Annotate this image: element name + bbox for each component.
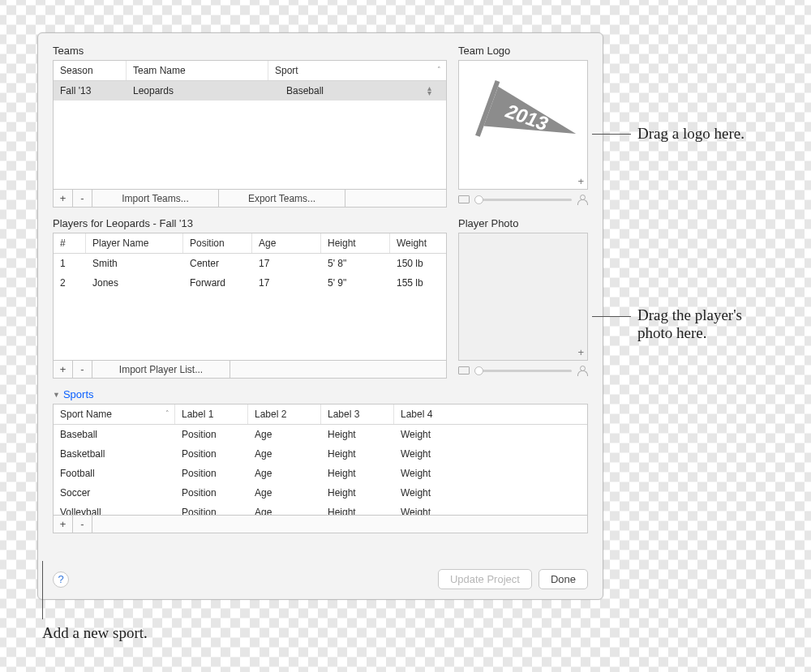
sports-col-l1[interactable]: Label 1 <box>175 404 248 424</box>
sports-disclosure[interactable]: ▼ Sports <box>53 388 588 400</box>
team-row[interactable]: Fall '13 Leopards Baseball ▴▾ <box>54 81 446 101</box>
sports-col-l2[interactable]: Label 2 <box>248 404 321 424</box>
players-button-bar: + - Import Player List... <box>53 361 447 379</box>
callout-photo: Drag the player's photo here. <box>637 306 742 342</box>
team-row-sport-cell[interactable]: Baseball ▴▾ <box>268 81 446 101</box>
sport-cell-name: Volleyball <box>54 503 175 516</box>
sports-col-name[interactable]: Sport Name ˄ <box>54 404 175 424</box>
preferences-dialog: Teams Season Team Name Sport ˄ Fall '13 … <box>37 32 603 600</box>
team-logo-label: Team Logo <box>458 45 588 57</box>
teams-bar-spacer <box>345 190 446 207</box>
pennant-icon: 2013 <box>459 61 587 189</box>
sports-col-l3[interactable]: Label 3 <box>321 404 394 424</box>
players-col-num[interactable]: # <box>54 233 86 253</box>
sport-row[interactable]: VolleyballPositionAgeHeightWeight <box>54 503 587 516</box>
sport-cell-l1: Position <box>175 503 248 516</box>
teams-col-season[interactable]: Season <box>54 61 127 80</box>
sports-col-name-label: Sport Name <box>60 409 112 420</box>
player-cell-weight: 150 lb <box>390 254 446 273</box>
remove-player-button[interactable]: - <box>73 361 92 378</box>
players-col-age[interactable]: Age <box>252 233 321 253</box>
callout-photo-line2: photo here. <box>637 324 706 341</box>
sport-cell-l2: Age <box>248 483 321 503</box>
person-icon <box>577 366 588 375</box>
player-cell-height: 5' 8" <box>321 254 390 273</box>
player-cell-position: Center <box>183 254 252 273</box>
dialog-footer: ? Update Project Done <box>53 563 588 589</box>
player-photo-well[interactable]: + <box>458 233 588 361</box>
sport-row[interactable]: BasketballPositionAgeHeightWeight <box>54 444 587 464</box>
sport-cell-l3: Height <box>321 503 394 516</box>
player-cell-num: 1 <box>54 254 86 273</box>
teams-col-teamname[interactable]: Team Name <box>127 61 268 80</box>
thumb-small-icon <box>458 366 470 375</box>
player-photo-zoom-slider-row <box>458 364 588 377</box>
players-col-height[interactable]: Height <box>321 233 390 253</box>
sport-cell-l3: Height <box>321 444 394 464</box>
sport-cell-l2: Age <box>248 503 321 516</box>
players-col-name[interactable]: Player Name <box>86 233 183 253</box>
thumb-small-icon <box>458 195 470 203</box>
player-photo-zoom-slider[interactable] <box>474 370 572 372</box>
player-row[interactable]: 2JonesForward175' 9"155 lb <box>54 273 446 293</box>
help-button[interactable]: ? <box>53 571 69 588</box>
sport-cell-l4: Weight <box>394 503 587 516</box>
disclosure-triangle-icon: ▼ <box>53 391 60 399</box>
sport-row[interactable]: BaseballPositionAgeHeightWeight <box>54 425 587 444</box>
sport-cell-l3: Height <box>321 425 394 444</box>
sport-cell-l2: Age <box>248 444 321 464</box>
add-player-button[interactable]: + <box>54 361 73 378</box>
sort-asc-icon: ˄ <box>437 66 441 74</box>
remove-sport-button[interactable]: - <box>73 516 92 533</box>
sport-cell-l2: Age <box>248 464 321 483</box>
sport-cell-l1: Position <box>175 464 248 483</box>
done-button[interactable]: Done <box>539 569 588 589</box>
slider-thumb[interactable] <box>474 366 483 375</box>
teams-col-sport[interactable]: Sport ˄ <box>268 61 446 80</box>
team-row-sport: Baseball <box>286 85 324 96</box>
players-table[interactable]: # Player Name Position Age Height Weight… <box>53 233 447 361</box>
sport-cell-l3: Height <box>321 464 394 483</box>
players-bar-spacer <box>230 361 446 378</box>
teams-label: Teams <box>53 45 447 57</box>
teams-table[interactable]: Season Team Name Sport ˄ Fall '13 Leopar… <box>53 60 447 190</box>
player-cell-position: Forward <box>183 273 252 293</box>
sports-table[interactable]: Sport Name ˄ Label 1 Label 2 Label 3 Lab… <box>53 404 588 516</box>
sport-cell-l4: Weight <box>394 444 587 464</box>
update-project-button[interactable]: Update Project <box>438 569 532 589</box>
team-row-name: Leopards <box>127 81 268 101</box>
player-cell-name: Smith <box>86 254 183 273</box>
players-col-position[interactable]: Position <box>183 233 252 253</box>
sports-col-l4[interactable]: Label 4 <box>394 404 587 424</box>
team-logo-well[interactable]: 2013 + <box>458 60 588 190</box>
sport-cell-name: Football <box>54 464 175 483</box>
add-team-button[interactable]: + <box>54 190 73 207</box>
team-logo-add-button[interactable]: + <box>577 175 584 187</box>
sport-row[interactable]: SoccerPositionAgeHeightWeight <box>54 483 587 503</box>
team-logo-zoom-slider-row <box>458 193 588 206</box>
callout-line <box>592 134 631 135</box>
sports-label: Sports <box>63 388 94 400</box>
sport-cell-l4: Weight <box>394 483 587 503</box>
stepper-icon[interactable]: ▴▾ <box>427 86 431 96</box>
sport-cell-l1: Position <box>175 444 248 464</box>
team-logo-zoom-slider[interactable] <box>474 199 572 201</box>
remove-team-button[interactable]: - <box>73 190 92 207</box>
player-photo-add-button[interactable]: + <box>577 346 584 358</box>
add-sport-button[interactable]: + <box>54 516 73 533</box>
sport-cell-l4: Weight <box>394 425 587 444</box>
slider-thumb[interactable] <box>474 195 483 204</box>
player-row[interactable]: 1SmithCenter175' 8"150 lb <box>54 254 446 273</box>
import-teams-button[interactable]: Import Teams... <box>92 190 219 207</box>
callout-line <box>42 561 43 619</box>
player-cell-name: Jones <box>86 273 183 293</box>
sport-cell-name: Baseball <box>54 425 175 444</box>
export-teams-button[interactable]: Export Teams... <box>219 190 345 207</box>
callout-photo-line1: Drag the player's <box>637 306 742 323</box>
sport-cell-l3: Height <box>321 483 394 503</box>
callout-logo: Drag a logo here. <box>637 125 744 143</box>
player-cell-weight: 155 lb <box>390 273 446 293</box>
players-col-weight[interactable]: Weight <box>390 233 446 253</box>
import-players-button[interactable]: Import Player List... <box>92 361 230 378</box>
sport-row[interactable]: FootballPositionAgeHeightWeight <box>54 464 587 483</box>
